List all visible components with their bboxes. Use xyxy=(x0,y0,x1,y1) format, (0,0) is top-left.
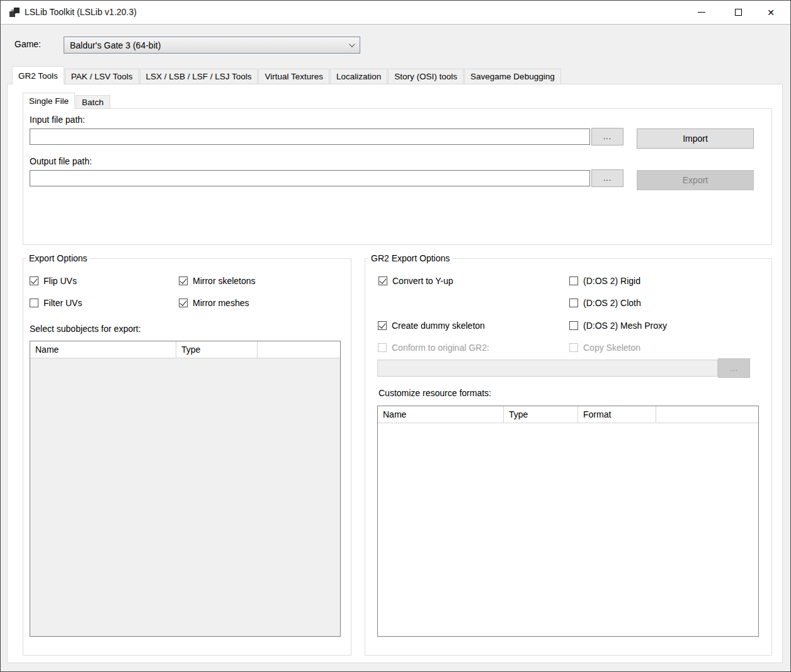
export-options-title: Export Options xyxy=(26,253,90,263)
app-window: LSLib Toolkit (LSLib v1.20.3) ✕ Game: Ba… xyxy=(0,0,791,672)
output-file-path-label: Output file path: xyxy=(30,156,92,166)
gr2-export-options-title: GR2 Export Options xyxy=(368,253,452,263)
app-icon xyxy=(9,8,20,18)
column-header-type[interactable]: Type xyxy=(504,406,578,423)
subobjects-table-header: Name Type xyxy=(30,341,340,358)
checkbox-create-dummy-skeleton[interactable]: Create dummy skeleton xyxy=(378,320,485,331)
file-mode-tab-strip: Single File Batch xyxy=(23,93,111,109)
resource-formats-table-header: Name Type Format xyxy=(378,406,758,423)
close-icon: ✕ xyxy=(767,8,775,17)
browse-conform-gr2-button: ... xyxy=(718,358,750,378)
title-bar: LSLib Toolkit (LSLib v1.20.3) ✕ xyxy=(1,1,790,25)
import-button[interactable]: Import xyxy=(637,128,754,149)
minimize-button[interactable] xyxy=(687,1,716,24)
column-header-empty xyxy=(258,341,340,358)
select-subobjects-label: Select subobjects for export: xyxy=(30,324,141,334)
column-header-name[interactable]: Name xyxy=(30,341,176,358)
column-header-type[interactable]: Type xyxy=(176,341,258,358)
tab-batch[interactable]: Batch xyxy=(76,95,110,109)
checkbox-icon xyxy=(569,276,578,285)
checkbox-dos2-rigid[interactable]: (D:OS 2) Rigid xyxy=(569,275,640,286)
checkbox-icon xyxy=(30,299,38,307)
game-selected-value: Baldur's Gate 3 (64-bit) xyxy=(70,40,161,50)
checkbox-convert-to-y-up[interactable]: Convert to Y-up xyxy=(378,275,453,286)
subobjects-table-body[interactable] xyxy=(30,358,340,636)
tab-story-osi-tools[interactable]: Story (OSI) tools xyxy=(388,69,464,84)
checkbox-icon xyxy=(378,321,387,330)
checkbox-icon xyxy=(569,343,578,352)
column-header-format[interactable]: Format xyxy=(578,406,656,423)
checkbox-icon xyxy=(378,276,387,285)
column-header-name[interactable]: Name xyxy=(378,406,504,423)
checkbox-icon xyxy=(569,299,578,307)
checkbox-mirror-meshes[interactable]: Mirror meshes xyxy=(179,297,249,308)
input-file-path-label: Input file path: xyxy=(30,115,85,125)
chevron-down-icon xyxy=(349,41,355,47)
checkbox-icon xyxy=(378,343,387,352)
minimize-icon xyxy=(698,12,705,13)
checkbox-dos2-mesh-proxy[interactable]: (D:OS 2) Mesh Proxy xyxy=(569,320,667,331)
tab-pak-lsv-tools[interactable]: PAK / LSV Tools xyxy=(65,69,139,84)
tab-gr2-tools[interactable]: GR2 Tools xyxy=(12,66,64,84)
checkbox-icon xyxy=(179,276,188,285)
maximize-button[interactable] xyxy=(724,1,753,24)
tab-virtual-textures[interactable]: Virtual Textures xyxy=(258,69,329,84)
resource-formats-table: Name Type Format xyxy=(377,406,759,637)
column-header-empty xyxy=(656,406,758,423)
game-select[interactable]: Baldur's Gate 3 (64-bit) xyxy=(64,37,360,54)
checkbox-filter-uvs[interactable]: Filter UVs xyxy=(30,297,82,308)
close-button[interactable]: ✕ xyxy=(756,1,785,24)
checkbox-icon xyxy=(179,299,188,307)
window-title: LSLib Toolkit (LSLib v1.20.3) xyxy=(25,7,137,17)
maximize-icon xyxy=(735,9,742,16)
input-file-path-field[interactable] xyxy=(30,128,590,145)
browse-input-button[interactable]: ... xyxy=(591,128,623,145)
tab-lsx-lsb-lsf-lsj-tools[interactable]: LSX / LSB / LSF / LSJ Tools xyxy=(140,69,258,84)
browse-output-button[interactable]: ... xyxy=(591,169,623,187)
checkbox-icon xyxy=(30,276,38,285)
game-label: Game: xyxy=(14,39,41,49)
checkbox-dos2-cloth[interactable]: (D:OS 2) Cloth xyxy=(569,297,641,308)
checkbox-flip-uvs[interactable]: Flip UVs xyxy=(30,275,77,286)
subobjects-table: Name Type xyxy=(30,341,341,637)
export-button: Export xyxy=(637,170,754,190)
tab-localization[interactable]: Localization xyxy=(330,69,387,84)
conform-gr2-path-field xyxy=(377,360,718,377)
checkbox-icon xyxy=(569,321,578,330)
output-file-path-field[interactable] xyxy=(30,170,590,186)
checkbox-copy-skeleton: Copy Skeleton xyxy=(569,342,640,353)
tab-savegame-debugging[interactable]: Savegame Debugging xyxy=(464,69,561,84)
checkbox-conform-to-original-gr2: Conform to original GR2: xyxy=(378,342,489,353)
customize-resource-formats-label: Customize resource formats: xyxy=(378,388,491,398)
main-tab-strip: GR2 Tools PAK / LSV Tools LSX / LSB / LS… xyxy=(12,66,562,84)
resource-formats-table-body[interactable] xyxy=(378,423,758,636)
tab-single-file[interactable]: Single File xyxy=(23,93,75,109)
checkbox-mirror-skeletons[interactable]: Mirror skeletons xyxy=(179,275,256,286)
